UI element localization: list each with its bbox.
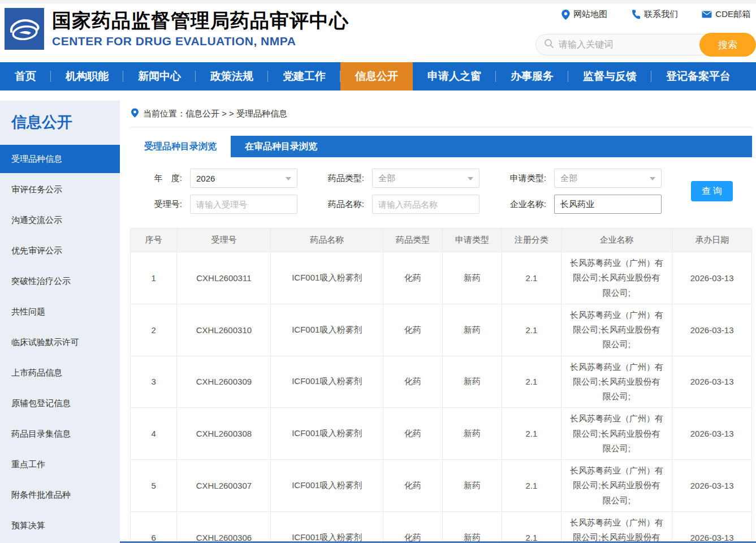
nav-item[interactable]: 政策法规 [196,62,268,90]
table-cell: 长风苏粤药业（广州）有限公司;长风药业股份有限公司; [561,356,672,408]
drug-type-label: 药品类型: [305,173,364,184]
apply-type-select[interactable]: 全部 [554,169,662,188]
table-cell: CXHL2600306 [177,511,271,543]
quick-link[interactable]: 联系我们 [631,9,678,20]
table-cell: 新药 [442,408,502,460]
chevron-down-icon [650,177,655,180]
quick-link[interactable]: 网站地图 [561,9,607,20]
drug-name-input[interactable] [372,195,479,214]
company-input[interactable] [554,195,662,214]
accept-no-input[interactable] [190,195,297,214]
table-row: 2CXHL2600310ICF001吸入粉雾剂化药新药2.1长风苏粤药业（广州）… [131,304,752,356]
site-title: 国家药品监督管理局药品审评中心 [52,9,349,32]
cde-logo [5,8,44,50]
search-bar: 搜索 [535,33,756,57]
location-pin-icon [131,108,139,119]
table-cell: 6 [131,511,177,543]
table-row: 3CXHL2600309ICF001吸入粉雾剂化药新药2.1长风苏粤药业（广州）… [131,356,752,408]
accept-no-label: 受理号: [130,199,182,210]
table-cell: 2.1 [502,511,561,543]
table-cell: CXHL2600309 [177,356,271,408]
column-header: 申请类型 [442,229,502,252]
sidebar-item[interactable]: 受理品种信息 [0,145,120,173]
site-subtitle: CENTER FOR DRUG EVALUATION, NMPA [52,35,349,48]
search-input[interactable] [559,40,689,50]
quick-links: 网站地图联系我们CDE邮箱 [530,5,756,20]
table-cell: 2026-03-13 [672,304,752,356]
table-row: 1CXHL2600311ICF001吸入粉雾剂化药新药2.1长风苏粤药业（广州）… [131,252,752,304]
tab[interactable]: 受理品种目录浏览 [130,136,231,157]
table-cell: ICF001吸入粉雾剂 [271,511,383,543]
breadcrumb-text: 当前位置：信息公开 > > 受理品种信息 [143,109,287,119]
table-cell: 新药 [442,304,502,356]
table-cell: CXHL2600310 [177,304,271,356]
table-cell: 3 [131,356,177,408]
sidebar-item[interactable]: 药品目录集信息 [0,420,120,448]
table-cell: 4 [131,408,177,460]
nav-item[interactable]: 首页 [0,62,51,90]
table-cell: 化药 [383,356,442,408]
sidebar-item[interactable]: 上市药品信息 [0,359,120,387]
query-button[interactable]: 查 询 [691,181,733,201]
main-nav: 首页机构职能新闻中心政策法规党建工作信息公开申请人之窗办事服务监督与反馈登记备案… [0,62,756,90]
table-cell: ICF001吸入粉雾剂 [271,408,383,460]
sidebar: 信息公开 受理品种信息审评任务公示沟通交流公示优先审评公示突破性治疗公示共性问题… [0,101,120,543]
page: 国家药品监督管理局药品审评中心 CENTER FOR DRUG EVALUATI… [0,0,756,543]
table-cell: 长风苏粤药业（广州）有限公司;长风药业股份有限公司; [561,511,672,543]
table-cell: 2026-03-13 [672,356,752,408]
table-cell: 2026-03-13 [672,252,752,304]
sidebar-item[interactable]: 突破性治疗公示 [0,267,120,295]
sidebar-item[interactable]: 预算决算 [0,511,120,540]
table-cell: ICF001吸入粉雾剂 [271,304,383,356]
sidebar-item[interactable]: 重点工作 [0,450,120,479]
table-row: 6CXHL2600306ICF001吸入粉雾剂化药新药2.1长风苏粤药业（广州）… [131,511,752,543]
sidebar-item[interactable]: 审评任务公示 [0,175,120,204]
search-button[interactable]: 搜索 [699,33,756,57]
table-cell: ICF001吸入粉雾剂 [271,460,383,512]
apply-type-label: 申请类型: [487,173,546,184]
column-header: 药品名称 [271,229,383,252]
sidebar-item[interactable]: 沟通交流公示 [0,206,120,234]
year-label: 年 度: [130,173,182,184]
sidebar-item[interactable]: 优先审评公示 [0,236,120,265]
table-cell: 2.1 [502,304,561,356]
quick-link-label: CDE邮箱 [715,9,750,20]
drug-type-select[interactable]: 全部 [372,169,479,188]
results-table: 序号受理号药品名称药品类型申请类型注册分类企业名称承办日期 1CXHL26003… [130,228,752,543]
column-header: 受理号 [177,229,271,252]
nav-item[interactable]: 机构职能 [51,62,123,90]
sidebar-item[interactable]: 附条件批准品种 [0,481,120,509]
table-cell: 化药 [383,460,442,512]
filter-panel: 年 度: 2026 药品类型: 全部 申请类型: 全部 [130,169,752,214]
content-wrap: 信息公开 受理品种信息审评任务公示沟通交流公示优先审评公示突破性治疗公示共性问题… [0,101,756,543]
nav-item[interactable]: 办事服务 [496,62,568,90]
year-select[interactable]: 2026 [190,169,297,188]
nav-item[interactable]: 信息公开 [340,62,413,90]
table-cell: 2.1 [502,252,561,304]
table-cell: 新药 [442,252,502,304]
table-cell: 长风苏粤药业（广州）有限公司;长风药业股份有限公司; [561,304,672,356]
sidebar-item[interactable]: 共性问题 [0,298,120,326]
nav-item[interactable]: 申请人之窗 [413,62,496,90]
table-cell: 5 [131,460,177,512]
sidebar-title: 信息公开 [0,101,120,145]
sidebar-item[interactable]: 临床试验默示许可 [0,328,120,356]
nav-item[interactable]: 监督与反馈 [568,62,651,90]
quick-link[interactable]: CDE邮箱 [702,9,750,20]
nav-item[interactable]: 登记备案平台 [651,62,745,90]
table-cell: ICF001吸入粉雾剂 [271,356,383,408]
drug-name-label: 药品名称: [305,199,364,210]
tab[interactable]: 在审品种目录浏览 [231,136,331,157]
main-content: 当前位置：信息公开 > > 受理品种信息 受理品种目录浏览在审品种目录浏览 年 … [130,101,752,543]
table-cell: 2.1 [502,460,561,512]
mail-icon [702,10,712,19]
search-icon [544,38,554,51]
nav-item[interactable]: 新闻中心 [123,62,196,90]
location-pin-icon [561,10,570,20]
nav-item[interactable]: 党建工作 [268,62,340,90]
site-titles: 国家药品监督管理局药品审评中心 CENTER FOR DRUG EVALUATI… [52,9,349,48]
table-cell: 化药 [383,511,442,543]
table-cell: 长风苏粤药业（广州）有限公司;长风药业股份有限公司; [561,252,672,304]
sidebar-item[interactable]: 原辅包登记信息 [0,389,120,417]
drug-type-select-value: 全部 [378,173,395,184]
